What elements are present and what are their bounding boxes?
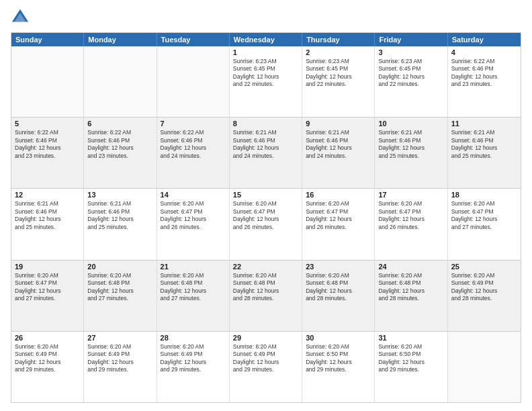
calendar-cell: 8Sunrise: 6:21 AM Sunset: 6:46 PM Daylig… [230, 118, 302, 188]
calendar-cell: 27Sunrise: 6:20 AM Sunset: 6:49 PM Dayli… [84, 332, 157, 402]
day-number: 5 [15, 120, 80, 128]
calendar-cell [11, 46, 84, 117]
cell-info: Sunrise: 6:20 AM Sunset: 6:49 PM Dayligh… [233, 343, 298, 374]
cell-info: Sunrise: 6:20 AM Sunset: 6:48 PM Dayligh… [378, 272, 443, 303]
calendar-cell: 5Sunrise: 6:22 AM Sunset: 6:46 PM Daylig… [11, 118, 84, 188]
header-day-thursday: Thursday [302, 33, 375, 46]
header-day-sunday: Sunday [11, 33, 84, 46]
calendar-row-4: 19Sunrise: 6:20 AM Sunset: 6:47 PM Dayli… [11, 260, 521, 331]
day-number: 7 [161, 120, 226, 128]
cell-info: Sunrise: 6:21 AM Sunset: 6:46 PM Dayligh… [87, 200, 152, 231]
calendar-body: 1Sunrise: 6:23 AM Sunset: 6:45 PM Daylig… [11, 46, 521, 402]
calendar-row-5: 26Sunrise: 6:20 AM Sunset: 6:49 PM Dayli… [11, 331, 521, 402]
day-number: 29 [233, 334, 298, 342]
calendar-cell: 4Sunrise: 6:22 AM Sunset: 6:46 PM Daylig… [448, 46, 521, 117]
cell-info: Sunrise: 6:20 AM Sunset: 6:47 PM Dayligh… [161, 200, 226, 231]
calendar-cell: 24Sunrise: 6:20 AM Sunset: 6:48 PM Dayli… [375, 261, 447, 331]
calendar-cell: 13Sunrise: 6:21 AM Sunset: 6:46 PM Dayli… [84, 189, 157, 259]
calendar-cell: 9Sunrise: 6:21 AM Sunset: 6:46 PM Daylig… [302, 118, 375, 188]
page: SundayMondayTuesdayWednesdayThursdayFrid… [0, 0, 532, 411]
day-number: 21 [161, 263, 226, 271]
cell-info: Sunrise: 6:23 AM Sunset: 6:45 PM Dayligh… [233, 58, 298, 89]
cell-info: Sunrise: 6:20 AM Sunset: 6:49 PM Dayligh… [451, 272, 517, 303]
calendar-cell: 6Sunrise: 6:22 AM Sunset: 6:46 PM Daylig… [84, 118, 157, 188]
day-number: 18 [451, 191, 517, 199]
day-number: 23 [306, 263, 371, 271]
calendar-cell: 29Sunrise: 6:20 AM Sunset: 6:49 PM Dayli… [230, 332, 302, 402]
day-number: 31 [378, 334, 443, 342]
cell-info: Sunrise: 6:21 AM Sunset: 6:46 PM Dayligh… [306, 129, 371, 160]
cell-info: Sunrise: 6:20 AM Sunset: 6:49 PM Dayligh… [15, 343, 80, 374]
day-number: 9 [306, 120, 371, 128]
calendar-cell: 21Sunrise: 6:20 AM Sunset: 6:48 PM Dayli… [157, 261, 230, 331]
cell-info: Sunrise: 6:22 AM Sunset: 6:46 PM Dayligh… [451, 58, 517, 89]
calendar-cell: 28Sunrise: 6:20 AM Sunset: 6:49 PM Dayli… [157, 332, 230, 402]
header-day-wednesday: Wednesday [230, 33, 302, 46]
cell-info: Sunrise: 6:20 AM Sunset: 6:48 PM Dayligh… [306, 272, 371, 303]
cell-info: Sunrise: 6:20 AM Sunset: 6:49 PM Dayligh… [87, 343, 152, 374]
day-number: 8 [233, 120, 298, 128]
cell-info: Sunrise: 6:20 AM Sunset: 6:47 PM Dayligh… [451, 200, 517, 231]
cell-info: Sunrise: 6:22 AM Sunset: 6:46 PM Dayligh… [15, 129, 80, 160]
cell-info: Sunrise: 6:21 AM Sunset: 6:46 PM Dayligh… [15, 200, 80, 231]
calendar-cell: 12Sunrise: 6:21 AM Sunset: 6:46 PM Dayli… [11, 189, 84, 259]
header-day-tuesday: Tuesday [157, 33, 230, 46]
calendar-cell: 26Sunrise: 6:20 AM Sunset: 6:49 PM Dayli… [11, 332, 84, 402]
cell-info: Sunrise: 6:20 AM Sunset: 6:50 PM Dayligh… [306, 343, 371, 374]
logo-icon [11, 8, 30, 27]
header-day-friday: Friday [375, 33, 447, 46]
calendar-cell [157, 46, 230, 117]
calendar-cell [448, 332, 521, 402]
day-number: 10 [378, 120, 443, 128]
cell-info: Sunrise: 6:22 AM Sunset: 6:46 PM Dayligh… [161, 129, 226, 160]
calendar-cell: 30Sunrise: 6:20 AM Sunset: 6:50 PM Dayli… [302, 332, 375, 402]
cell-info: Sunrise: 6:20 AM Sunset: 6:50 PM Dayligh… [378, 343, 443, 374]
day-number: 19 [15, 263, 80, 271]
calendar-cell: 7Sunrise: 6:22 AM Sunset: 6:46 PM Daylig… [157, 118, 230, 188]
day-number: 25 [451, 263, 517, 271]
calendar-cell: 18Sunrise: 6:20 AM Sunset: 6:47 PM Dayli… [448, 189, 521, 259]
cell-info: Sunrise: 6:20 AM Sunset: 6:48 PM Dayligh… [161, 272, 226, 303]
day-number: 6 [87, 120, 152, 128]
header-day-saturday: Saturday [448, 33, 521, 46]
day-number: 11 [451, 120, 517, 128]
day-number: 13 [87, 191, 152, 199]
calendar-row-3: 12Sunrise: 6:21 AM Sunset: 6:46 PM Dayli… [11, 188, 521, 259]
day-number: 26 [15, 334, 80, 342]
cell-info: Sunrise: 6:23 AM Sunset: 6:45 PM Dayligh… [378, 58, 443, 89]
cell-info: Sunrise: 6:21 AM Sunset: 6:46 PM Dayligh… [451, 129, 517, 160]
calendar-cell: 23Sunrise: 6:20 AM Sunset: 6:48 PM Dayli… [302, 261, 375, 331]
day-number: 12 [15, 191, 80, 199]
calendar-cell: 1Sunrise: 6:23 AM Sunset: 6:45 PM Daylig… [230, 46, 302, 117]
cell-info: Sunrise: 6:20 AM Sunset: 6:47 PM Dayligh… [233, 200, 298, 231]
cell-info: Sunrise: 6:21 AM Sunset: 6:46 PM Dayligh… [233, 129, 298, 160]
calendar-cell: 2Sunrise: 6:23 AM Sunset: 6:45 PM Daylig… [302, 46, 375, 117]
calendar-cell: 31Sunrise: 6:20 AM Sunset: 6:50 PM Dayli… [375, 332, 447, 402]
header-day-monday: Monday [84, 33, 157, 46]
day-number: 24 [378, 263, 443, 271]
day-number: 22 [233, 263, 298, 271]
day-number: 16 [306, 191, 371, 199]
cell-info: Sunrise: 6:20 AM Sunset: 6:47 PM Dayligh… [378, 200, 443, 231]
day-number: 1 [233, 48, 298, 56]
logo [11, 8, 32, 27]
calendar-cell: 14Sunrise: 6:20 AM Sunset: 6:47 PM Dayli… [157, 189, 230, 259]
calendar-cell: 19Sunrise: 6:20 AM Sunset: 6:47 PM Dayli… [11, 261, 84, 331]
day-number: 4 [451, 48, 517, 56]
day-number: 15 [233, 191, 298, 199]
cell-info: Sunrise: 6:20 AM Sunset: 6:49 PM Dayligh… [161, 343, 226, 374]
day-number: 3 [378, 48, 443, 56]
day-number: 28 [161, 334, 226, 342]
day-number: 30 [306, 334, 371, 342]
cell-info: Sunrise: 6:21 AM Sunset: 6:46 PM Dayligh… [378, 129, 443, 160]
calendar: SundayMondayTuesdayWednesdayThursdayFrid… [11, 32, 521, 403]
cell-info: Sunrise: 6:20 AM Sunset: 6:47 PM Dayligh… [15, 272, 80, 303]
calendar-header-row: SundayMondayTuesdayWednesdayThursdayFrid… [11, 33, 521, 46]
calendar-cell: 25Sunrise: 6:20 AM Sunset: 6:49 PM Dayli… [448, 261, 521, 331]
calendar-cell: 3Sunrise: 6:23 AM Sunset: 6:45 PM Daylig… [375, 46, 447, 117]
cell-info: Sunrise: 6:20 AM Sunset: 6:48 PM Dayligh… [233, 272, 298, 303]
day-number: 20 [87, 263, 152, 271]
calendar-row-1: 1Sunrise: 6:23 AM Sunset: 6:45 PM Daylig… [11, 46, 521, 117]
calendar-cell: 20Sunrise: 6:20 AM Sunset: 6:48 PM Dayli… [84, 261, 157, 331]
calendar-cell: 17Sunrise: 6:20 AM Sunset: 6:47 PM Dayli… [375, 189, 447, 259]
